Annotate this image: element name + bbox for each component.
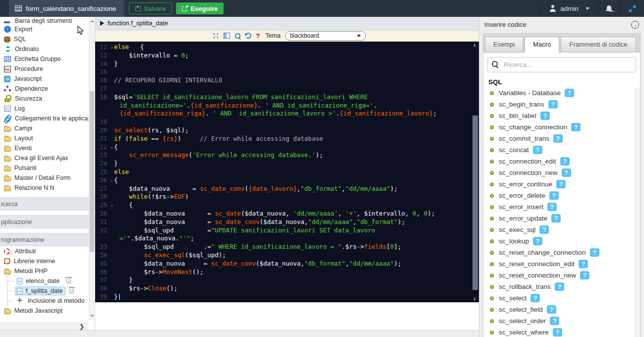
scrollbar-thumb[interactable]	[472, 115, 478, 290]
code-line[interactable]: 31 $data_nuova = sc_date_conv($data_nuov…	[95, 218, 479, 226]
sidebar-item-etichetta-gruppo[interactable]: Etichetta Gruppo	[0, 54, 95, 64]
macro-item-sc-lookup[interactable]: sc_lookup?	[485, 235, 638, 247]
theme-select[interactable]: blackboard	[285, 31, 366, 41]
app-tab[interactable]: form_calendario_sanificazione	[9, 0, 124, 17]
code-line[interactable]: 28 while(!$rs->EOF)	[95, 193, 479, 201]
code-line[interactable]: 19	[95, 118, 479, 126]
sidebar-vertical-scrollbar[interactable]	[89, 17, 94, 320]
code-line[interactable]: 24}	[95, 160, 479, 168]
sidebar-item-metodi-javascript[interactable]: Metodi Javascript	[0, 306, 95, 316]
sidebar-item-layout[interactable]: Layout	[0, 133, 95, 143]
help-button[interactable]: ?	[550, 317, 559, 325]
help-button[interactable]: ?	[560, 157, 570, 166]
help-button[interactable]: ?	[571, 123, 581, 131]
macro-item-sc-concat[interactable]: sc_concat?	[485, 144, 638, 156]
code-line[interactable]: 34 sc_exec_sql($sql_upd);	[95, 251, 479, 260]
help-button[interactable]: ?	[562, 168, 571, 177]
help-button[interactable]: ?	[547, 203, 557, 211]
macro-item-sc-select-field[interactable]: sc_select_field?	[485, 304, 638, 315]
code-line[interactable]: ='".$data_nuova."'";	[95, 234, 479, 243]
trash-icon[interactable]	[69, 288, 74, 293]
sidebar-item-log[interactable]: Log	[0, 104, 95, 113]
help-button[interactable]: ?	[565, 89, 574, 97]
columns-icon[interactable]	[224, 33, 230, 39]
search-input[interactable]	[487, 57, 636, 72]
macro-item-sc-error-update[interactable]: sc_error_update?	[485, 213, 638, 224]
run-button[interactable]: Eseguire	[176, 2, 224, 14]
refresh-icon[interactable]	[245, 33, 251, 39]
scroll-up-arrow-icon[interactable]	[90, 20, 94, 22]
code-line[interactable]: 38 $rs->Close();	[95, 284, 479, 293]
macro-item-sc-change-connection[interactable]: sc_change_connection?	[485, 121, 638, 133]
macro-item-sc-reset-change-connection[interactable]: sc_reset_change_connection?	[485, 247, 638, 258]
macro-item-sc-exec-sql[interactable]: sc_exec_sql?	[485, 224, 638, 235]
sidebar-item-campi[interactable]: Campi	[0, 123, 95, 133]
code-line[interactable]: 17	[95, 85, 479, 93]
code-line[interactable]: 18$sql='SELECT id_sanificazione_lavoro F…	[95, 93, 479, 102]
search-icon[interactable]	[234, 33, 241, 39]
help-button[interactable]: ?	[540, 112, 550, 120]
macro-item-sc-begin-trans[interactable]: sc_begin_trans?	[485, 99, 638, 110]
tab-macro[interactable]: Macro	[525, 37, 559, 53]
tab-frammenti-di-codice[interactable]: Frammenti di codice	[561, 37, 636, 52]
code-line[interactable]: 23 sc_error_message('Error while accessi…	[95, 151, 479, 160]
help-button[interactable]: ?	[590, 248, 599, 257]
code-line[interactable]: 15	[95, 68, 479, 76]
code-line[interactable]: 35 $data_nuova = sc_date_conv($data_nuov…	[95, 260, 479, 268]
macro-item-sc-btn-label[interactable]: sc_btn_label?	[485, 110, 638, 121]
help-button[interactable]: ?	[547, 305, 556, 314]
help-button[interactable]: ?	[556, 180, 566, 188]
code-line[interactable]: 25else	[95, 168, 479, 176]
sidebar-item-dipendenze[interactable]: Dipendenze	[0, 84, 95, 94]
sidebar-section-icerca[interactable]: icerca	[0, 197, 95, 211]
sidebar-item-sicurezza[interactable]: Sicurezza	[0, 94, 95, 104]
code-line[interactable]: 30 $data_nuova = sc_date($data_nuova, 'd…	[95, 210, 479, 218]
sidebar-section-rogrammazione[interactable]: rogrammazione	[0, 233, 95, 246]
code-line[interactable]: 22{	[95, 143, 479, 152]
fullscreen-icon[interactable]	[213, 33, 219, 39]
code-line[interactable]: 14}	[95, 60, 479, 68]
sidebar-item-librerie-interne[interactable]: Librerie interne	[0, 256, 95, 266]
sidebar-item-relazione-n-n[interactable]: Relazione N:N	[0, 183, 95, 193]
code-line[interactable]: 37 }	[95, 276, 479, 284]
scrollbar-thumb[interactable]	[90, 91, 94, 252]
sidebar-item-collegamenti-tra-le-applicaz[interactable]: Collegamenti tra le applicaz	[0, 113, 95, 123]
scroll-up-arrow-icon[interactable]: ∧	[473, 43, 476, 48]
help-button[interactable]: ?	[555, 282, 564, 291]
code-line[interactable]: 36 $rs->MoveNext();	[95, 268, 479, 277]
code-line[interactable]: {id_sanificazione_riga}. ' AND id_sanifi…	[95, 110, 479, 118]
editor-header[interactable]: function f_splitta_date	[95, 17, 479, 30]
sidebar-item-eventi[interactable]: Eventi	[0, 143, 95, 153]
sidebar-item-crea-gli-eventi-ajax[interactable]: Crea gli Eventi Ajax	[0, 153, 95, 163]
code-line[interactable]: id_sanificazione='.{id_sanificazione}. '…	[95, 102, 479, 110]
trash-icon[interactable]	[66, 279, 71, 283]
sidebar-item-pulsanti[interactable]: Pulsanti	[0, 163, 95, 173]
sidebar-item-inclusione-di-metodo[interactable]: Inclusione di metodo	[0, 296, 95, 306]
scroll-down-arrow-icon[interactable]	[90, 315, 94, 317]
sidebar-item-ordinato[interactable]: Ordinato	[0, 44, 95, 54]
help-icon[interactable]: ?	[256, 33, 260, 39]
macro-item-sc-select-order[interactable]: sc_select_order?	[485, 315, 638, 327]
help-button[interactable]: ?	[580, 271, 589, 280]
fullscreen-button[interactable]	[620, 0, 644, 17]
help-button[interactable]: ?	[549, 191, 559, 200]
sidebar-section-pplicazione[interactable]: pplicazione	[0, 215, 95, 228]
help-button[interactable]: ?	[553, 134, 563, 143]
sidebar-item-procedure[interactable]: Procedure	[0, 64, 95, 74]
macro-item-variables-database[interactable]: Variables - Database?	[485, 87, 638, 99]
code-line[interactable]: 32 $sql_upd ="UPDATE sanificazioni_lavor…	[95, 226, 479, 235]
sidebar-item-sql[interactable]: SQL	[0, 34, 95, 44]
macro-item-sc-select-where[interactable]: sc_select_where?	[485, 327, 638, 337]
code-line[interactable]: 16// RECUPERO GIORNI INTERVALLO	[95, 76, 479, 85]
tab-esempi[interactable]: Esempi	[485, 37, 523, 52]
sidebar-item-metodi-php[interactable]: Metodi PHP	[0, 266, 95, 276]
macro-item-sc-select[interactable]: sc_select?	[485, 292, 638, 304]
code-line[interactable]: 21if (false == {rs}) // Error while acce…	[95, 135, 479, 143]
code-line[interactable]: 20sc_select(rs, $sql);	[95, 126, 479, 135]
notifications-button[interactable]	[597, 0, 620, 17]
sidebar-horizontal-scrollbar[interactable]: ❯	[0, 322, 88, 330]
user-menu[interactable]: admin	[541, 0, 597, 17]
code-line[interactable]: 33 $sql_upd .=" WHERE id_sanificazione_l…	[95, 243, 479, 251]
code-line[interactable]: 39}	[95, 293, 479, 301]
sidebar-item-master-detail-form[interactable]: Master / Detail Form	[0, 173, 95, 183]
